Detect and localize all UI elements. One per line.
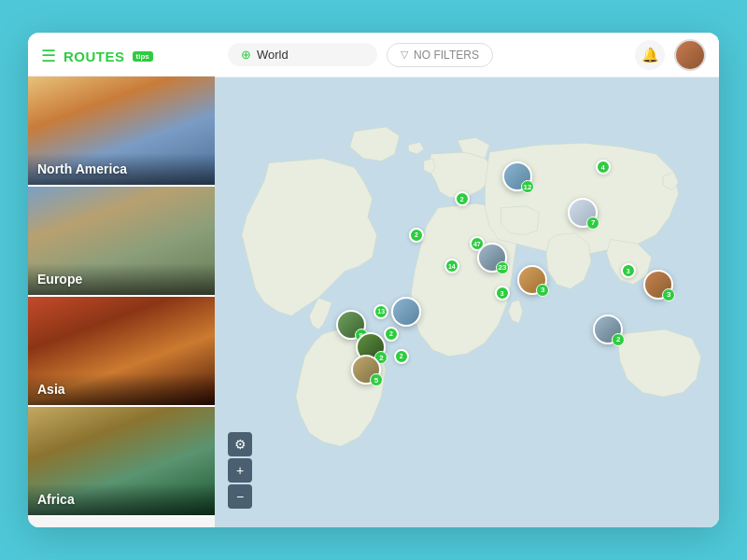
region-label-asia: Asia (37, 382, 65, 397)
bell-icon: 🔔 (641, 47, 659, 63)
sidebar-region-north-america[interactable]: North America (28, 77, 215, 187)
sidebar-region-asia[interactable]: Asia (28, 297, 215, 407)
logo-badge: tips (133, 51, 153, 62)
filter-button[interactable]: ▽ NO FILTERS (387, 43, 493, 67)
region-overlay-europe: Europe (28, 263, 215, 295)
location-display: World (257, 48, 289, 62)
location-search[interactable]: ⊕ World (228, 43, 377, 66)
world-map-svg (215, 77, 719, 527)
region-overlay-africa: Africa (28, 483, 215, 515)
svg-point-1 (338, 317, 344, 323)
top-bar: ⊕ World ▽ NO FILTERS 🔔 (215, 33, 719, 77)
notifications-button[interactable]: 🔔 (635, 40, 665, 70)
sidebar-region-europe[interactable]: Europe (28, 187, 215, 297)
sidebar-region-africa[interactable]: Africa (28, 407, 215, 517)
user-avatar-button[interactable] (674, 39, 706, 71)
map-control-ctrl-zoom-in[interactable]: + (228, 458, 252, 483)
region-overlay-north-america: North America (28, 153, 215, 185)
logo-text: ROUTES (63, 49, 125, 64)
filter-icon: ▽ (401, 49, 408, 61)
region-label-north-america: North America (37, 161, 127, 176)
globe-icon: ⊕ (241, 48, 251, 62)
map-controls: ⚙+− (228, 432, 252, 509)
hamburger-icon[interactable]: ☰ (41, 46, 56, 66)
map-control-ctrl-zoom-out[interactable]: − (228, 484, 252, 509)
main-area: ⊕ World ▽ NO FILTERS 🔔 (215, 33, 719, 527)
filter-label: NO FILTERS (414, 49, 479, 62)
map-area: 12 7 47 23 14 3 3 (215, 77, 719, 527)
svg-point-2 (346, 321, 350, 325)
sidebar-header: ☰ ROUTES tips (28, 33, 215, 77)
map-control-ctrl-settings[interactable]: ⚙ (228, 432, 252, 456)
region-overlay-asia: Asia (28, 373, 215, 405)
sidebar: ☰ ROUTES tips North America Europe Asia … (28, 33, 215, 527)
region-label-africa: Africa (37, 492, 75, 507)
region-label-europe: Europe (37, 272, 82, 287)
app-container: ☰ ROUTES tips North America Europe Asia … (28, 33, 719, 527)
region-list: North America Europe Asia Africa (28, 77, 215, 527)
